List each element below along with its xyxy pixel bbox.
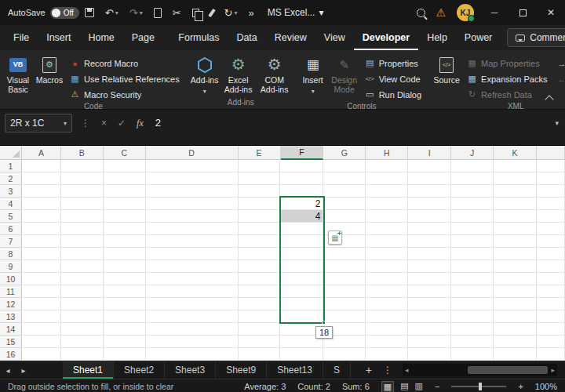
menu-tab-review[interactable]: Review: [266, 25, 315, 50]
cell-B13[interactable]: [61, 310, 104, 323]
design-mode-button[interactable]: ✎ Design Mode: [330, 54, 359, 94]
column-header-D[interactable]: D: [146, 146, 239, 160]
run-dialog-button[interactable]: ▭ Run Dialog: [361, 87, 425, 102]
cell-J9[interactable]: [451, 260, 494, 273]
cell-F16[interactable]: [280, 348, 323, 361]
cell-G10[interactable]: [323, 273, 366, 285]
cell-C14[interactable]: [104, 323, 146, 336]
zoom-level[interactable]: 100%: [535, 382, 557, 391]
cell-B2[interactable]: [61, 172, 104, 185]
cell-I16[interactable]: [408, 348, 451, 361]
cell-J10[interactable]: [451, 273, 494, 285]
cell-G8[interactable]: [323, 248, 366, 260]
cell-K14[interactable]: [494, 323, 537, 336]
cell-E4[interactable]: [239, 198, 281, 210]
row-header-7[interactable]: 7: [0, 235, 22, 248]
cell-E15[interactable]: [239, 336, 281, 348]
cell-F1[interactable]: [280, 160, 323, 172]
row-header-2[interactable]: 2: [0, 172, 22, 185]
cell-G16[interactable]: [323, 348, 366, 361]
cell-G9[interactable]: [323, 260, 366, 273]
maximize-button[interactable]: [508, 0, 537, 25]
confirm-entry-button[interactable]: ✓: [115, 114, 128, 132]
cell-A7[interactable]: [22, 235, 61, 248]
cell-J4[interactable]: [451, 198, 494, 210]
cell-H6[interactable]: [366, 223, 408, 235]
cell-B9[interactable]: [61, 260, 104, 273]
cell-A13[interactable]: [22, 310, 61, 323]
comments-button[interactable]: Comments: [507, 28, 565, 47]
expansion-packs-button[interactable]: ▦ Expansion Packs: [463, 71, 551, 86]
cell-D10[interactable]: [146, 273, 239, 285]
cell-C10[interactable]: [104, 273, 146, 285]
cell-D7[interactable]: [146, 235, 239, 248]
cell-J1[interactable]: [451, 160, 494, 172]
scroll-right-icon[interactable]: ▸: [551, 364, 555, 376]
view-code-button[interactable]: </> View Code: [361, 71, 425, 86]
macro-security-button[interactable]: ⚠ Macro Security: [66, 87, 184, 102]
cell-J15[interactable]: [451, 336, 494, 348]
autosave-toggle[interactable]: AutoSave Off: [8, 7, 79, 19]
cell-partial-1[interactable]: [537, 160, 565, 172]
page-layout-view-icon[interactable]: ▤: [400, 381, 408, 392]
cell-partial-15[interactable]: [537, 336, 565, 348]
cell-G13[interactable]: [323, 310, 366, 323]
cell-C3[interactable]: [104, 185, 146, 198]
sync-button[interactable]: ↻▾: [219, 0, 243, 25]
cell-H9[interactable]: [366, 260, 408, 273]
cell-I10[interactable]: [408, 273, 451, 285]
cell-K8[interactable]: [494, 248, 537, 260]
cell-H15[interactable]: [366, 336, 408, 348]
refresh-data-button[interactable]: ↻ Refresh Data: [463, 87, 551, 102]
sheet-tab-sheet9[interactable]: Sheet9: [216, 361, 267, 379]
expand-formula-bar-chevron-icon[interactable]: ▾: [555, 114, 559, 132]
cell-F3[interactable]: [280, 185, 323, 198]
cell-J11[interactable]: [451, 285, 494, 298]
visual-basic-button[interactable]: VB Visual Basic: [3, 54, 33, 94]
row-header-5[interactable]: 5: [0, 210, 22, 223]
cell-H16[interactable]: [366, 348, 408, 361]
menu-tab-developer[interactable]: Developer: [354, 25, 418, 50]
cell-K6[interactable]: [494, 223, 537, 235]
warning-icon[interactable]: ⚠: [431, 6, 450, 19]
export-button[interactable]: ← Export: [552, 71, 565, 86]
cell-K1[interactable]: [494, 160, 537, 172]
cell-D6[interactable]: [146, 223, 239, 235]
cell-K12[interactable]: [494, 298, 537, 310]
print-preview-button[interactable]: [148, 0, 167, 25]
select-all-button[interactable]: [0, 146, 22, 160]
column-header-F[interactable]: F: [281, 146, 324, 160]
zoom-slider-knob[interactable]: [479, 383, 482, 390]
sheet-tab-sheet2[interactable]: Sheet2: [114, 361, 165, 379]
cell-C2[interactable]: [104, 172, 146, 185]
source-button[interactable]: </> Source: [432, 54, 461, 85]
cell-C1[interactable]: [104, 160, 146, 172]
cell-A1[interactable]: [22, 160, 61, 172]
cell-C13[interactable]: [104, 310, 146, 323]
scrollbar-thumb[interactable]: [468, 366, 548, 374]
row-header-13[interactable]: 13: [0, 310, 22, 323]
cell-K4[interactable]: [494, 198, 537, 210]
normal-view-icon[interactable]: ▦: [381, 381, 394, 392]
cell-H8[interactable]: [366, 248, 408, 260]
cell-C15[interactable]: [104, 336, 146, 348]
cell-F12[interactable]: [280, 298, 323, 310]
cell-J3[interactable]: [451, 185, 494, 198]
menu-tab-view[interactable]: View: [315, 25, 354, 50]
cell-D8[interactable]: [146, 248, 239, 260]
cell-G12[interactable]: [323, 298, 366, 310]
import-button[interactable]: → Import: [552, 56, 565, 71]
cell-F2[interactable]: [280, 172, 323, 185]
insert-control-button[interactable]: ▦ Insert ▾: [298, 54, 328, 96]
cell-F13[interactable]: [280, 310, 323, 323]
minimize-button[interactable]: ─: [480, 0, 508, 25]
cell-A6[interactable]: [22, 223, 61, 235]
cell-partial-6[interactable]: [537, 223, 565, 235]
cell-D9[interactable]: [146, 260, 239, 273]
cell-G1[interactable]: [323, 160, 366, 172]
row-header-15[interactable]: 15: [0, 336, 22, 348]
auto-fill-options-button[interactable]: ▦ +: [328, 230, 342, 245]
cell-F6[interactable]: [280, 223, 323, 235]
cell-K16[interactable]: [494, 348, 537, 361]
cell-A16[interactable]: [22, 348, 61, 361]
